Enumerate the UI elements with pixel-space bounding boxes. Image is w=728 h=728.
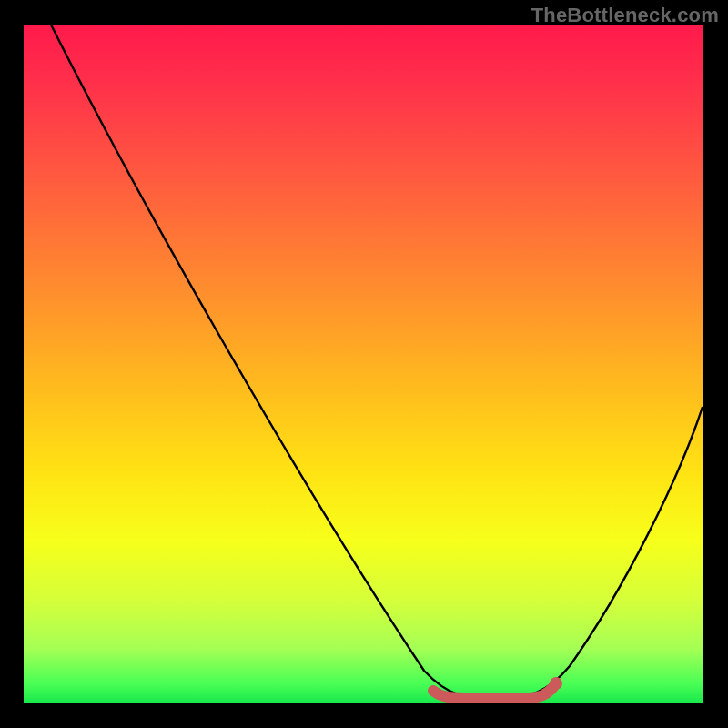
chart-frame: TheBottleneck.com [0, 0, 728, 728]
optimal-range-end-dot [550, 677, 562, 690]
bottleneck-curve-path [51, 25, 703, 698]
plot-area [24, 25, 703, 703]
curve-layer [24, 25, 703, 703]
optimal-range-marker [433, 687, 553, 698]
